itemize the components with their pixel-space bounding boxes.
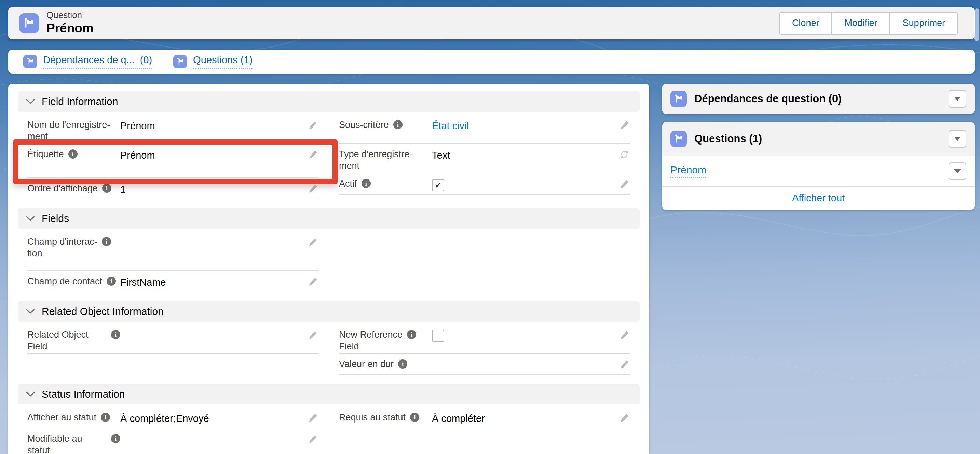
question-flag-icon (19, 13, 39, 33)
info-icon[interactable]: i (111, 434, 120, 443)
record-page: Question Prénom Cloner Modifier Supprime… (0, 0, 980, 454)
section-header[interactable]: Field Information (18, 91, 640, 112)
chevron-down-icon (26, 309, 35, 314)
section-status-information: Status Information Afficher au statutiÀ … (18, 384, 640, 454)
info-icon[interactable]: i (68, 150, 78, 159)
field-label: Étiquettei (27, 149, 120, 160)
field-label: Sous-critèrei (339, 119, 432, 131)
info-icon[interactable]: i (398, 359, 407, 368)
record-detail-panel: Field Information Nom de l'enregistre- m… (8, 84, 649, 454)
field-row: Afficher au statutiÀ compléter;Envoyé (27, 407, 318, 429)
related-card-header: Questions (1) (662, 122, 975, 156)
edit-pencil-icon[interactable] (619, 178, 630, 190)
vertical-scrollbar-thumb[interactable] (974, 8, 979, 41)
delete-button[interactable]: Supprimer (889, 13, 958, 34)
info-icon[interactable]: i (107, 277, 116, 286)
edit-button[interactable]: Modifier (831, 13, 889, 34)
chevron-down-icon (26, 99, 35, 104)
section-title: Field Information (42, 96, 118, 107)
field-label: Type d'enregistre- ment (339, 149, 432, 172)
info-icon[interactable]: i (407, 330, 416, 339)
field-label: Nom de l'enregistre- ment (27, 119, 120, 143)
card-footer: Afficher tout (662, 186, 975, 210)
view-all-link[interactable]: Afficher tout (792, 193, 845, 204)
section-fields: Fields Champ d'interac- tioniChamp de co… (18, 208, 640, 292)
quick-link-dependencies[interactable]: Dépendances de q... (0) (23, 54, 152, 69)
field-row: Champ d'interac- tioni (27, 231, 318, 271)
checkbox-checked: ✓ (432, 179, 444, 191)
edit-pencil-icon[interactable] (307, 119, 318, 131)
edit-pencil-icon[interactable] (307, 412, 318, 424)
related-record-link[interactable]: Prénom (670, 164, 706, 178)
object-label: Question (46, 10, 94, 21)
quick-link-label: Questions (1) (193, 54, 253, 65)
flag-icon (670, 91, 687, 107)
field-label: Actifi (339, 178, 432, 190)
field-label: Ordre d'affichagei (27, 183, 120, 194)
edit-pencil-icon[interactable] (619, 329, 630, 341)
edit-pencil-icon[interactable] (307, 329, 318, 341)
field-label: Afficher au statuti (27, 412, 120, 424)
edit-pencil-icon[interactable] (307, 433, 318, 445)
field-value: 1 (120, 183, 303, 196)
info-icon[interactable]: i (393, 120, 402, 129)
row-actions-dropdown-button[interactable] (948, 162, 966, 180)
field-value: À compléter;Envoyé (120, 412, 303, 425)
edit-pencil-icon[interactable] (307, 236, 318, 248)
flag-icon (670, 131, 687, 147)
flag-icon (173, 55, 187, 68)
field-row: ÉtiquetteiPrénom (27, 144, 318, 178)
record-title-block: Question Prénom (46, 10, 94, 35)
field-value (120, 329, 303, 330)
related-card-header: Dépendances de question (0) (662, 84, 975, 114)
related-card-title: Questions (1) (694, 133, 762, 145)
field-label: Modifiable au statuti (27, 433, 120, 454)
edit-pencil-icon[interactable] (307, 149, 318, 160)
related-card-questions: Questions (1) Prénom Afficher tout (662, 122, 975, 210)
field-label: New Reference Fieldi (339, 329, 432, 352)
related-list-quick-links: Dépendances de q... (0) Questions (1) (8, 49, 975, 73)
edit-pencil-icon[interactable] (307, 276, 318, 288)
info-icon[interactable]: i (102, 183, 111, 193)
field-row: New Reference Fieldi (339, 325, 630, 354)
field-row: Requis au statutiÀ compléter (339, 407, 630, 429)
change-record-type-icon[interactable] (619, 149, 630, 160)
field-row: Related Object Fieldi (27, 325, 318, 354)
content-area: Field Information Nom de l'enregistre- m… (8, 84, 975, 454)
quick-link-questions[interactable]: Questions (1) (173, 54, 253, 69)
section-header[interactable]: Status Information (18, 384, 640, 405)
field-value: État civil (432, 119, 614, 132)
info-icon[interactable]: i (111, 330, 120, 339)
edit-pencil-icon[interactable] (619, 358, 630, 370)
field-row: Sous-critèreiÉtat civil (339, 115, 630, 144)
section-field-information: Field Information Nom de l'enregistre- m… (18, 91, 640, 199)
info-icon[interactable]: i (102, 237, 111, 246)
field-value (120, 236, 303, 237)
card-actions-dropdown-button[interactable] (948, 90, 966, 108)
info-icon[interactable]: i (410, 413, 419, 422)
info-icon[interactable]: i (101, 413, 110, 422)
record-action-buttons: Cloner Modifier Supprimer (779, 12, 958, 35)
field-row: Ordre d'affichagei1 (27, 178, 318, 199)
field-value-link[interactable]: État civil (432, 120, 469, 131)
section-header[interactable]: Related Object Information (18, 301, 640, 322)
edit-pencil-icon[interactable] (619, 412, 630, 424)
field-value (120, 433, 303, 433)
field-value (432, 329, 614, 345)
section-header[interactable]: Fields (18, 208, 640, 229)
section-related-object-information: Related Object Information Related Objec… (18, 301, 640, 375)
record-header: Question Prénom Cloner Modifier Supprime… (8, 7, 975, 39)
quick-link-count: (0) (140, 54, 152, 65)
info-icon[interactable]: i (361, 179, 371, 188)
card-actions-dropdown-button[interactable] (948, 130, 966, 148)
related-record-row: Prénom (662, 156, 975, 186)
field-row: Type d'enregistre- mentText (339, 144, 630, 173)
field-label: Requis au statuti (339, 412, 432, 424)
caret-down-icon (954, 137, 961, 141)
clone-button[interactable]: Cloner (780, 13, 832, 34)
flag-icon (23, 55, 37, 68)
edit-pencil-icon[interactable] (619, 119, 630, 131)
quick-link-label: Dépendances de q... (43, 54, 135, 65)
edit-pencil-icon[interactable] (307, 183, 318, 194)
field-label: Related Object Fieldi (27, 329, 120, 352)
